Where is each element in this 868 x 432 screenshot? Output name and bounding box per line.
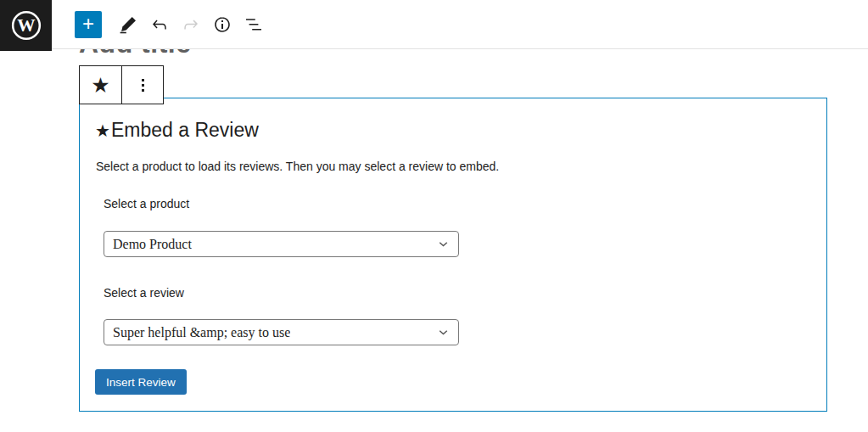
insert-review-button[interactable]: Insert Review [95,369,187,395]
svg-text:W: W [17,15,36,36]
review-select-value: Super helpful &amp; easy to use [113,325,290,340]
plus-icon: + [82,14,94,34]
list-view-icon [244,14,264,35]
tools-button[interactable] [112,11,143,38]
product-select[interactable]: Demo Product [104,231,459,257]
pencil-icon [118,14,138,35]
block-heading-text: Embed a Review [111,119,259,142]
chevron-down-icon [436,237,451,251]
block-type-button[interactable]: ★ [80,66,121,104]
editor-topbar: W + [0,0,868,49]
info-icon [212,14,232,35]
embed-review-block[interactable]: ★ Embed a Review Select a product to loa… [79,98,827,412]
review-select-label: Select a review [104,284,184,301]
block-description: Select a product to load its reviews. Th… [96,158,499,175]
kebab-menu-icon [142,79,144,92]
wordpress-logo-icon: W [10,9,42,42]
editor-canvas: Add title W + [0,0,868,432]
block-heading: ★ Embed a Review [95,119,259,142]
undo-icon [149,14,170,35]
wordpress-logo-button[interactable]: W [0,0,52,51]
list-view-button[interactable] [238,11,269,38]
star-icon: ★ [95,121,110,141]
review-select[interactable]: Super helpful &amp; easy to use [104,319,459,345]
block-options-button[interactable] [121,66,163,104]
chevron-down-icon [436,325,451,339]
product-select-label: Select a product [104,195,189,212]
product-select-value: Demo Product [113,237,192,252]
block-toolbar: ★ [79,65,164,104]
undo-button[interactable] [143,11,175,38]
star-icon: ★ [91,75,109,96]
redo-button[interactable] [175,11,206,38]
add-block-button[interactable]: + [75,11,102,38]
topbar-tools: + [75,11,269,38]
details-button[interactable] [206,11,238,38]
redo-icon [181,14,201,35]
